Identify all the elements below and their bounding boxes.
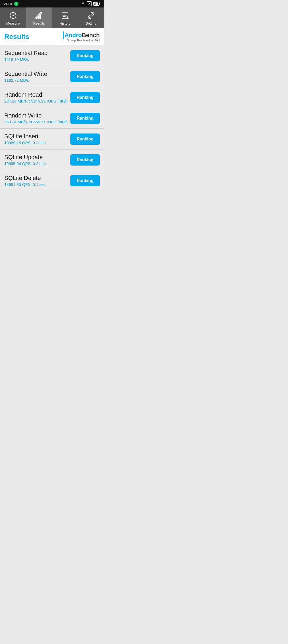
bench-value-0: 1616.19 MB/s <box>4 57 70 62</box>
brand-logo: AndroBench Storage Benchmarking Tool <box>63 32 100 42</box>
brand-name: AndroBench <box>65 32 100 39</box>
bench-info-5: SQLite Update 10095.64 QPS, 0.2 sec <box>4 154 70 166</box>
nav-tabs: Measure Results <box>0 7 104 28</box>
bench-row: Random Write 353.34 MB/s, 90455.51 IOPS … <box>0 108 104 129</box>
svg-rect-10 <box>39 14 41 19</box>
brand-sub: Storage Benchmarking Tool <box>67 39 100 42</box>
ranking-button-5[interactable]: Ranking <box>70 154 100 166</box>
bench-info-3: Random Write 353.34 MB/s, 90455.51 IOPS … <box>4 112 70 124</box>
bench-info-2: Random Read 234.16 MB/s, 59946.29 IOPS (… <box>4 91 70 103</box>
notification-dot <box>14 2 18 6</box>
bench-value-1: 1162.72 MB/s <box>4 78 70 83</box>
bench-info-0: Sequential Read 1616.19 MB/s <box>4 50 70 62</box>
tab-results-label: Results <box>33 21 45 25</box>
clock: 21:31 <box>4 2 13 6</box>
svg-rect-9 <box>38 15 39 19</box>
bench-value-3: 353.34 MB/s, 90455.51 IOPS (4KB) <box>4 120 70 124</box>
brand-accent <box>63 32 64 39</box>
results-icon <box>34 11 44 20</box>
tab-history-label: History <box>60 21 70 25</box>
status-bar: 21:31 ✕ 43 <box>0 0 104 7</box>
battery-icon: 43 <box>93 2 100 6</box>
bench-name-3: Random Write <box>4 112 70 119</box>
bench-name-2: Random Read <box>4 91 70 98</box>
bench-name-0: Sequential Read <box>4 50 70 57</box>
ranking-button-3[interactable]: Ranking <box>70 113 100 124</box>
svg-point-0 <box>83 5 83 5</box>
ranking-button-2[interactable]: Ranking <box>70 92 100 103</box>
status-right: ✕ 43 <box>81 1 100 6</box>
bench-name-5: SQLite Update <box>4 154 70 161</box>
ranking-button-6[interactable]: Ranking <box>70 175 100 186</box>
history-icon <box>60 11 70 20</box>
bench-value-5: 10095.64 QPS, 0.2 sec <box>4 161 70 166</box>
svg-point-19 <box>92 13 93 14</box>
bench-row: Sequential Read 1616.19 MB/s Ranking <box>0 45 104 66</box>
status-left: 21:31 <box>4 2 18 6</box>
page-title: Results <box>4 33 29 41</box>
measure-icon <box>8 11 18 20</box>
tab-measure[interactable]: Measure <box>0 7 26 28</box>
ranking-button-0[interactable]: Ranking <box>70 50 100 61</box>
bench-info-4: SQLite Insert 10089.15 QPS, 0.2 sec <box>4 133 70 145</box>
bench-info-1: Sequential Write 1162.72 MB/s <box>4 70 70 83</box>
tab-measure-label: Measure <box>6 21 20 25</box>
ranking-button-1[interactable]: Ranking <box>70 71 100 82</box>
tab-setting-label: Setting <box>86 21 96 25</box>
bench-value-6: 18681.35 QPS, 0.1 sec <box>4 182 70 187</box>
bench-row: SQLite Delete 18681.35 QPS, 0.1 sec Rank… <box>0 170 104 191</box>
svg-line-7 <box>13 14 15 15</box>
tab-setting[interactable]: Setting <box>78 7 104 28</box>
benchmark-list: Sequential Read 1616.19 MB/s Ranking Seq… <box>0 45 104 191</box>
sim-icon: ✕ <box>87 1 92 6</box>
setting-icon <box>86 11 96 20</box>
tab-history[interactable]: History <box>52 7 78 28</box>
bench-row: SQLite Update 10095.64 QPS, 0.2 sec Rank… <box>0 150 104 170</box>
bench-row: Sequential Write 1162.72 MB/s Ranking <box>0 66 104 87</box>
bench-row: SQLite Insert 10089.15 QPS, 0.2 sec Rank… <box>0 129 104 150</box>
bottom-area <box>0 191 104 271</box>
svg-point-21 <box>89 17 90 18</box>
svg-rect-2 <box>99 3 100 5</box>
bench-name-4: SQLite Insert <box>4 133 70 140</box>
svg-rect-8 <box>35 17 37 19</box>
wifi-icon <box>81 2 85 6</box>
bench-value-2: 234.16 MB/s, 59946.29 IOPS (4KB) <box>4 99 70 103</box>
bench-info-6: SQLite Delete 18681.35 QPS, 0.1 sec <box>4 175 70 187</box>
bench-name-1: Sequential Write <box>4 70 70 77</box>
bench-value-4: 10089.15 QPS, 0.2 sec <box>4 140 70 145</box>
bench-row: Random Read 234.16 MB/s, 59946.29 IOPS (… <box>0 87 104 108</box>
tab-results[interactable]: Results <box>26 7 52 28</box>
svg-text:43: 43 <box>94 3 96 5</box>
bench-name-6: SQLite Delete <box>4 175 70 182</box>
ranking-button-4[interactable]: Ranking <box>70 133 100 145</box>
results-header: Results AndroBench Storage Benchmarking … <box>0 28 104 45</box>
